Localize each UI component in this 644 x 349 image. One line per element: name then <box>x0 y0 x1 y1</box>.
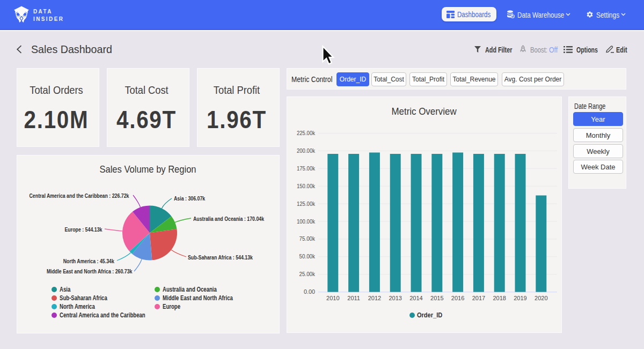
svg-text:2010: 2010 <box>326 295 339 301</box>
svg-text:2019: 2019 <box>514 295 526 301</box>
svg-text:2017: 2017 <box>472 295 485 301</box>
svg-text:150.00k: 150.00k <box>297 183 315 189</box>
svg-text:2015: 2015 <box>430 295 443 301</box>
svg-text:25.00k: 25.00k <box>299 271 316 277</box>
svg-text:75.00k: 75.00k <box>299 235 316 242</box>
svg-text:100.00k: 100.00k <box>297 218 315 225</box>
svg-text:2020: 2020 <box>535 295 547 301</box>
svg-text:175.00k: 175.00k <box>297 165 315 172</box>
svg-text:2012: 2012 <box>368 295 381 301</box>
svg-text:2014: 2014 <box>409 295 422 301</box>
svg-text:Order_ID: Order_ID <box>417 312 442 318</box>
svg-text:200.00k: 200.00k <box>297 147 315 154</box>
svg-text:2013: 2013 <box>389 295 401 301</box>
svg-text:125.00k: 125.00k <box>297 201 315 207</box>
svg-text:0.00: 0.00 <box>304 288 315 295</box>
svg-text:50.00k: 50.00k <box>299 253 316 259</box>
svg-text:225.00k: 225.00k <box>297 130 315 136</box>
svg-text:2018: 2018 <box>493 295 506 301</box>
svg-text:2016: 2016 <box>451 295 464 301</box>
svg-text:2011: 2011 <box>347 295 360 301</box>
